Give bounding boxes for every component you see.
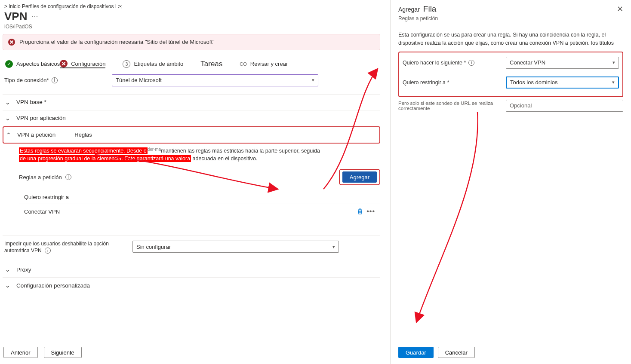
step-label: Configuración (71, 61, 105, 67)
prevent-disable-label: Impedir que los usuarios deshabilite la … (4, 241, 129, 254)
next-button[interactable]: Siguiente (44, 347, 82, 358)
select-value: Sin configurar (136, 244, 171, 250)
wizard-steps: ✓ Aspectos básicos Configuración 3 Etiqu… (3, 60, 380, 71)
step-basics[interactable]: ✓ Aspectos básicos (5, 60, 60, 68)
step-configuration[interactable]: Configuración (60, 60, 105, 68)
restrict-select[interactable]: Todos los dominios ▾ (506, 76, 619, 89)
step-label: Tareas (200, 60, 222, 68)
select-value: Túnel de Microsoft (116, 77, 162, 83)
connection-type-label: Tipo de conexión* i (4, 77, 112, 83)
action-select[interactable]: Conectar VPN ▾ (506, 57, 619, 69)
on-demand-description: Estas reglas se evaluarán secuencialment… (19, 147, 380, 163)
add-rule-button[interactable]: Agregar (342, 171, 377, 183)
chevron-down-icon: ⌄ (5, 115, 10, 122)
save-button[interactable]: Guardar (398, 347, 434, 358)
rules-list: Quiero restringir a Conectar VPN ••• (19, 190, 380, 219)
rule-text: Conectar VPN (24, 208, 60, 215)
restrict-label: Quiero restringir a * (403, 80, 502, 86)
section-title: VPN a petición (17, 132, 55, 138)
chevron-down-icon: ▾ (612, 80, 615, 85)
breadcrumb[interactable]: > inicio Perfiles de configuración de di… (3, 3, 380, 10)
validation-alert: Proporciona el valor de la configuración… (3, 34, 380, 50)
panel-subtitle: Reglas a petición (398, 15, 623, 21)
chevron-up-icon: ⌃ (6, 132, 11, 138)
step-scope-tags[interactable]: 3 Etiquetas de ámbito (123, 60, 183, 68)
add-row-panel: Agregar Fila ✕ Reglas a petición Esta co… (390, 0, 631, 364)
chevron-down-icon: ▾ (613, 60, 615, 65)
info-icon[interactable]: i (65, 174, 71, 180)
info-icon[interactable]: i (45, 248, 51, 254)
previous-button[interactable]: Anterior (3, 347, 38, 358)
page-subtitle: iOS/iPadOS (3, 23, 380, 34)
section-title: Configuración personalizada (16, 282, 90, 289)
section-on-demand-vpn[interactable]: ⌃ VPN a petición Reglas (3, 126, 380, 144)
panel-title: Agregar Fila (398, 4, 436, 14)
step-label: Aspectos básicos (16, 61, 60, 67)
more-icon[interactable]: ••• (366, 208, 375, 215)
info-icon[interactable]: i (52, 77, 58, 83)
error-icon (8, 39, 15, 46)
add-button-highlight: Agregar (339, 169, 380, 185)
url-probe-input[interactable]: Opcional (506, 100, 623, 112)
check-icon: ✓ (5, 60, 13, 68)
url-probe-label: Pero solo si este sondeo de URL se reali… (398, 101, 502, 111)
step-number-icon: 3 (123, 60, 130, 68)
select-value: Opcional (510, 102, 532, 109)
more-icon[interactable]: ··· (31, 12, 38, 21)
chevron-down-icon: ⌄ (5, 266, 10, 273)
section-base-vpn[interactable]: ⌄ VPN base * (3, 95, 380, 110)
chevron-down-icon: ▾ (312, 77, 314, 83)
action-label: Quiero hacer lo siguiente * i (403, 60, 502, 66)
rule-row[interactable]: Conectar VPN ••• (19, 204, 380, 219)
connection-type-select[interactable]: Túnel de Microsoft ▾ (112, 74, 318, 86)
rules-column-header: Quiero restringir a (19, 190, 380, 204)
panel-description: Esta configuración se usa para crear una… (398, 31, 623, 47)
step-prefix: CO (240, 61, 247, 67)
section-custom-config[interactable]: ⌄ Configuración personalizada (3, 278, 380, 293)
section-per-app-vpn[interactable]: ⌄ VPN por aplicación (3, 110, 380, 126)
rules-label: Reglas a petición i (19, 174, 71, 180)
section-title: Proxy (16, 266, 31, 273)
prevent-disable-select[interactable]: Sin configurar ▾ (132, 241, 339, 253)
section-subtitle: Reglas (74, 132, 92, 138)
select-value: Todos los dominios (510, 79, 558, 86)
cancel-button[interactable]: Cancelar (438, 347, 475, 358)
close-icon[interactable]: ✕ (617, 5, 623, 13)
step-label: Etiquetas de ámbito (134, 61, 183, 67)
chevron-down-icon: ⌄ (5, 99, 10, 106)
step-assignments[interactable]: Tareas (200, 60, 222, 68)
chevron-down-icon: ⌄ (5, 282, 10, 289)
section-title: VPN base * (16, 99, 46, 105)
section-title: VPN por aplicación (16, 115, 66, 121)
info-icon[interactable]: i (468, 60, 474, 66)
alert-text: Proporciona el valor de la configuración… (19, 39, 215, 45)
delete-icon[interactable] (357, 208, 363, 215)
page-title: VPN (4, 10, 27, 23)
panel-fields-highlight: Quiero hacer lo siguiente * i Conectar V… (398, 52, 623, 97)
step-review[interactable]: CO Revisar y crear (240, 61, 288, 67)
chevron-down-icon: ▾ (332, 244, 335, 250)
section-proxy[interactable]: ⌄ Proxy (3, 262, 380, 278)
select-value: Conectar VPN (510, 59, 545, 66)
error-step-icon (60, 60, 68, 67)
step-label: Revisar y crear (250, 61, 288, 67)
